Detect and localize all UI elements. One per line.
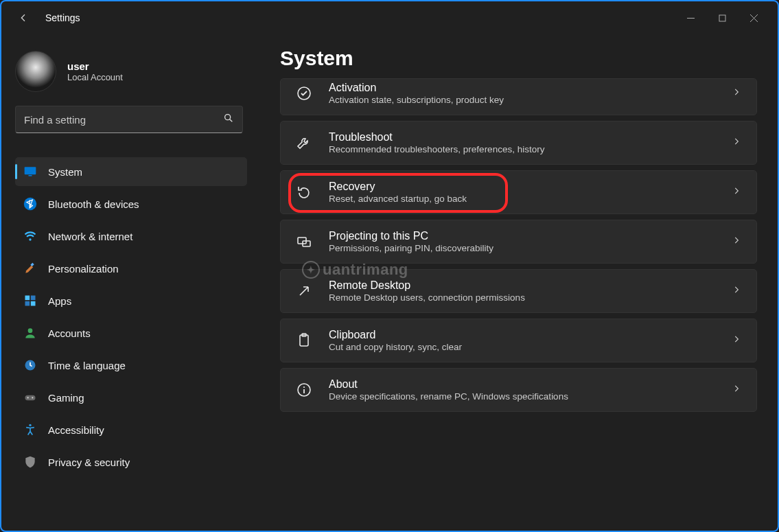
avatar xyxy=(15,51,56,92)
monitor-icon xyxy=(23,165,37,178)
sidebar-item-gaming[interactable]: Gaming xyxy=(15,383,247,412)
titlebar: Settings xyxy=(1,1,778,34)
svg-rect-1 xyxy=(719,15,725,21)
apps-icon xyxy=(23,294,37,308)
wifi-icon xyxy=(23,229,37,243)
search-icon xyxy=(223,113,234,126)
sidebar-item-label: Privacy & security xyxy=(48,456,130,468)
recovery-icon xyxy=(296,184,312,200)
sidebar-item-accessibility[interactable]: Accessibility xyxy=(15,415,247,444)
search-box[interactable] xyxy=(15,106,243,133)
sidebar-item-label: Network & internet xyxy=(48,231,132,242)
card-title: Remote Desktop xyxy=(329,279,715,292)
sidebar-item-personalization[interactable]: Personalization xyxy=(15,254,247,283)
card-sub: Remote Desktop users, connection permiss… xyxy=(329,292,715,303)
gamepad-icon xyxy=(23,391,37,404)
search-input[interactable] xyxy=(24,114,223,126)
svg-point-4 xyxy=(225,115,231,120)
card-sub: Recommended troubleshooters, preferences… xyxy=(329,144,715,154)
card-title: Clipboard xyxy=(329,329,715,341)
sidebar-item-label: Personalization xyxy=(48,263,119,275)
info-icon xyxy=(296,382,312,398)
sidebar-item-label: Accounts xyxy=(48,327,91,339)
close-button[interactable] xyxy=(738,4,769,32)
sidebar-item-label: System xyxy=(48,166,82,178)
sidebar-item-label: Gaming xyxy=(48,392,84,404)
sidebar-item-label: Bluetooth & devices xyxy=(48,198,139,210)
card-text: AboutDevice specifications, rename PC, W… xyxy=(329,378,715,402)
sidebar: user Local Account SystemBluetooth & dev… xyxy=(1,34,255,531)
chevron-right-icon xyxy=(732,186,741,198)
card-sub: Device specifications, rename PC, Window… xyxy=(329,391,715,402)
wrench-icon xyxy=(296,135,312,151)
card-title: Projecting to this PC xyxy=(329,230,715,242)
card-text: Remote DesktopRemote Desktop users, conn… xyxy=(329,279,715,303)
page-title: System xyxy=(280,47,757,70)
card-text: ClipboardCut and copy history, sync, cle… xyxy=(329,329,715,352)
app-title: Settings xyxy=(45,12,80,23)
sidebar-item-time-language[interactable]: Time & language xyxy=(15,351,247,380)
clipboard-icon xyxy=(296,332,312,349)
profile-sub: Local Account xyxy=(67,72,123,82)
sidebar-item-network-internet[interactable]: Network & internet xyxy=(15,222,247,251)
person-icon xyxy=(23,326,37,340)
sidebar-item-label: Apps xyxy=(48,295,71,307)
profile-name: user xyxy=(67,60,123,72)
card-title: Recovery xyxy=(329,181,715,193)
sidebar-item-label: Accessibility xyxy=(48,424,104,436)
svg-line-5 xyxy=(230,119,233,122)
remote-icon xyxy=(296,283,312,299)
card-text: RecoveryReset, advanced startup, go back xyxy=(329,181,715,204)
card-title: Troubleshoot xyxy=(329,131,715,143)
chevron-right-icon xyxy=(732,235,741,248)
sidebar-item-label: Time & language xyxy=(48,360,126,371)
sidebar-item-bluetooth-devices[interactable]: Bluetooth & devices xyxy=(15,189,247,218)
bluetooth-icon xyxy=(23,197,37,211)
accessibility-icon xyxy=(23,423,37,437)
chevron-right-icon xyxy=(732,137,741,149)
brush-icon xyxy=(23,262,37,275)
chevron-right-icon xyxy=(732,384,741,396)
sidebar-item-apps[interactable]: Apps xyxy=(15,286,247,315)
settings-card-troubleshoot[interactable]: TroubleshootRecommended troubleshooters,… xyxy=(280,121,757,165)
card-text: TroubleshootRecommended troubleshooters,… xyxy=(329,131,715,154)
settings-card-activation[interactable]: ActivationActivation state, subscription… xyxy=(280,78,757,115)
card-sub: Cut and copy history, sync, clear xyxy=(329,342,715,352)
clock-icon xyxy=(23,358,37,372)
sidebar-item-accounts[interactable]: Accounts xyxy=(15,319,247,347)
minimize-button[interactable] xyxy=(675,4,706,32)
card-sub: Activation state, subscriptions, product… xyxy=(329,95,715,105)
maximize-button[interactable] xyxy=(706,4,738,32)
profile-block[interactable]: user Local Account xyxy=(15,51,255,106)
card-title: Activation xyxy=(329,82,715,94)
main-content: System ActivationActivation state, subsc… xyxy=(255,34,778,531)
shield-icon xyxy=(23,455,37,469)
card-title: About xyxy=(329,378,715,391)
check-circle-icon xyxy=(296,85,312,102)
chevron-right-icon xyxy=(732,285,741,297)
chevron-right-icon xyxy=(732,87,741,100)
card-sub: Reset, advanced startup, go back xyxy=(329,194,715,204)
settings-card-remote-desktop[interactable]: Remote DesktopRemote Desktop users, conn… xyxy=(280,269,757,313)
settings-card-about[interactable]: AboutDevice specifications, rename PC, W… xyxy=(280,368,757,412)
card-sub: Permissions, pairing PIN, discoverabilit… xyxy=(329,243,715,253)
back-button[interactable] xyxy=(10,4,37,32)
card-text: ActivationActivation state, subscription… xyxy=(329,82,715,105)
window-controls xyxy=(675,4,769,32)
project-icon xyxy=(296,233,312,250)
card-text: Projecting to this PCPermissions, pairin… xyxy=(329,230,715,253)
settings-card-clipboard[interactable]: ClipboardCut and copy history, sync, cle… xyxy=(280,319,757,362)
sidebar-item-privacy-security[interactable]: Privacy & security xyxy=(15,448,247,476)
chevron-right-icon xyxy=(732,334,741,347)
nav-list: SystemBluetooth & devicesNetwork & inter… xyxy=(15,154,255,531)
sidebar-item-system[interactable]: System xyxy=(15,157,247,186)
settings-card-projecting-to-this-pc[interactable]: Projecting to this PCPermissions, pairin… xyxy=(280,220,757,264)
settings-card-recovery[interactable]: RecoveryReset, advanced startup, go back xyxy=(280,170,757,214)
